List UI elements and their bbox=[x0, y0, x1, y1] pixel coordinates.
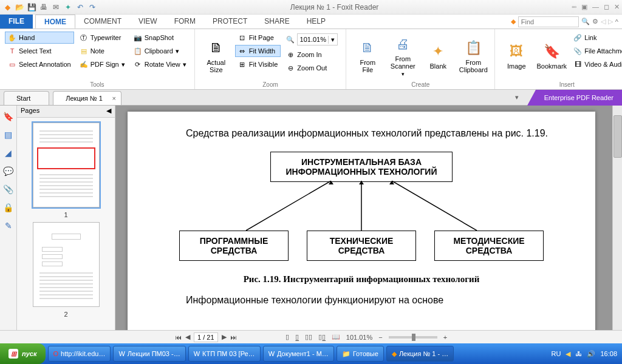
new-icon[interactable]: ✦ bbox=[63, 2, 73, 12]
document-viewer[interactable]: Средства реализации информационных техно… bbox=[115, 106, 622, 330]
select-annotation-button[interactable]: ▭Select Annotation bbox=[5, 58, 74, 70]
tray-expand-icon[interactable]: ◀ bbox=[566, 350, 570, 358]
next-result-icon[interactable]: ▷ bbox=[608, 18, 613, 25]
search-input[interactable] bbox=[518, 16, 579, 27]
diagram-box-mid: ТЕХНИЧЕСКИЕ СРЕДСТВА bbox=[307, 231, 416, 261]
actual-size-button[interactable]: 🗎 Actual Size bbox=[200, 32, 233, 80]
view-facing-icon[interactable]: ▯▯ bbox=[305, 333, 312, 341]
fit-width-button[interactable]: ⇔Fit Width bbox=[235, 45, 281, 57]
from-scanner-button[interactable]: 🖨From Scanner▾ bbox=[386, 32, 419, 80]
thumbnail-1[interactable] bbox=[33, 123, 100, 207]
undo-icon[interactable]: ↶ bbox=[75, 2, 85, 12]
redo-icon[interactable]: ↷ bbox=[87, 2, 97, 12]
zoom-in-button[interactable]: ⊕Zoom In bbox=[283, 49, 341, 61]
next-page-icon[interactable]: ▶ bbox=[222, 333, 227, 341]
close-icon[interactable]: ✕ bbox=[614, 3, 620, 11]
fit-page-button[interactable]: ⊡Fit Page bbox=[235, 32, 281, 44]
tray-network-icon[interactable]: 🖧 bbox=[575, 350, 582, 357]
tab-home[interactable]: HOME bbox=[35, 15, 75, 29]
prev-result-icon[interactable]: ◁ bbox=[601, 18, 606, 25]
zoom-out-icon: ⊖ bbox=[286, 64, 295, 72]
tab-help[interactable]: HELP bbox=[298, 15, 334, 29]
page-input[interactable] bbox=[194, 332, 218, 342]
from-file-button[interactable]: 🗎From File bbox=[351, 32, 384, 80]
lang-indicator[interactable]: RU bbox=[552, 350, 561, 357]
rotate-view-button[interactable]: ⟳Rotate View ▾ bbox=[131, 58, 190, 70]
tab-comment[interactable]: COMMENT bbox=[75, 15, 130, 29]
zoom-in-status-icon[interactable]: + bbox=[443, 334, 447, 341]
tab-protect[interactable]: PROTECT bbox=[204, 15, 256, 29]
zoom-slider[interactable] bbox=[389, 336, 437, 339]
prev-page-icon[interactable]: ◀ bbox=[185, 333, 190, 341]
snapshot-button[interactable]: 📷SnapShot bbox=[131, 32, 190, 44]
fit-visible-button[interactable]: ⊞Fit Visible bbox=[235, 58, 281, 70]
file-attachment-button[interactable]: 📎File Attachment bbox=[570, 45, 622, 57]
taskbar-item[interactable]: Ohttp://ikit.edu… bbox=[48, 346, 111, 362]
layers-panel-icon[interactable]: ◢ bbox=[5, 148, 12, 158]
vertical-scrollbar[interactable] bbox=[612, 106, 622, 330]
security-panel-icon[interactable]: 🔒 bbox=[3, 203, 13, 212]
collapse-ribbon-icon[interactable]: ^ bbox=[615, 18, 618, 25]
tab-file[interactable]: FILE bbox=[0, 15, 33, 29]
taskbar-item[interactable]: WЛекции ПМ03 -… bbox=[113, 346, 185, 362]
tab-view[interactable]: VIEW bbox=[130, 15, 166, 29]
tray-volume-icon[interactable]: 🔊 bbox=[587, 350, 595, 358]
taskbar-item[interactable]: 📁Готовые bbox=[337, 346, 384, 362]
attachments-panel-icon[interactable]: 📎 bbox=[3, 184, 13, 194]
link-button[interactable]: 🔗Link bbox=[570, 32, 622, 44]
close-tab-icon[interactable]: × bbox=[112, 95, 115, 102]
view-book-icon[interactable]: 📖 bbox=[332, 333, 340, 341]
ribbon-opts-icon[interactable]: ▣ bbox=[581, 3, 587, 11]
tab-form[interactable]: FORM bbox=[166, 15, 204, 29]
pages-panel-icon[interactable]: ▤ bbox=[4, 130, 12, 140]
minimize-icon[interactable]: — bbox=[592, 3, 599, 11]
taskbar-item[interactable]: ◆Лекция № 1 - … bbox=[386, 346, 454, 362]
taskbar-item[interactable]: WКТП ПМ 03 [Ре… bbox=[188, 346, 261, 362]
chevron-down-icon[interactable]: ▾ bbox=[328, 36, 337, 44]
menu-icon[interactable]: ▾ bbox=[515, 93, 519, 101]
ribbon-min-icon[interactable]: ▫▫ bbox=[572, 3, 576, 11]
select-text-button[interactable]: TSelect Text bbox=[5, 45, 74, 57]
view-facing-cont-icon[interactable]: ▯▯̲ bbox=[318, 333, 326, 341]
bookmark-button[interactable]: 🔖Bookmark bbox=[535, 32, 568, 80]
note-button[interactable]: ▤Note bbox=[77, 45, 128, 57]
save-icon[interactable]: 💾 bbox=[27, 2, 36, 12]
panel-collapse-icon[interactable]: ◀ bbox=[106, 107, 111, 116]
enterprise-banner[interactable]: Enterprise PDF Reader bbox=[536, 90, 622, 106]
zoom-input[interactable] bbox=[298, 36, 328, 43]
doctab-start[interactable]: Start bbox=[4, 91, 49, 105]
tab-share[interactable]: SHARE bbox=[256, 15, 298, 29]
search-app-icon[interactable]: ◆ bbox=[511, 18, 516, 25]
sign-panel-icon[interactable]: ✎ bbox=[5, 221, 12, 231]
hand-button[interactable]: ✋Hand bbox=[5, 32, 74, 44]
clock[interactable]: 16:08 bbox=[600, 350, 617, 357]
zoom-out-button[interactable]: ⊖Zoom Out bbox=[283, 62, 341, 74]
doctab-active[interactable]: Лекция № 1× bbox=[53, 91, 121, 105]
image-button[interactable]: 🖼Image bbox=[500, 32, 533, 80]
last-page-icon[interactable]: ⏭ bbox=[230, 334, 237, 341]
search-icon[interactable]: 🔍 bbox=[581, 18, 590, 25]
mail-icon[interactable]: ✉ bbox=[51, 2, 61, 12]
typewriter-button[interactable]: ⓉTypewriter bbox=[77, 32, 128, 44]
maximize-icon[interactable]: ◻ bbox=[604, 3, 609, 11]
start-button[interactable]: ⊞пуск bbox=[0, 343, 46, 364]
print-icon[interactable]: 🖶 bbox=[39, 2, 49, 12]
open-icon[interactable]: 📂 bbox=[15, 2, 24, 12]
zoom-level[interactable]: 🔍▾ bbox=[283, 32, 341, 47]
clipboard-button[interactable]: 📋Clipboard ▾ bbox=[131, 45, 190, 57]
video-audio-button[interactable]: 🎞Video & Audio bbox=[570, 58, 622, 70]
blank-button[interactable]: ✦Blank bbox=[422, 32, 454, 80]
taskbar-item[interactable]: WДокумент1 - M… bbox=[263, 346, 334, 362]
zoom-out-status-icon[interactable]: − bbox=[378, 334, 382, 341]
scroll-thumb[interactable] bbox=[613, 115, 622, 158]
gear-icon[interactable]: ⚙ bbox=[592, 18, 598, 25]
first-page-icon[interactable]: ⏮ bbox=[175, 334, 182, 341]
bookmark-panel-icon[interactable]: 🔖 bbox=[3, 112, 13, 121]
diagram-box-top: ИНСТРУМЕНТАЛЬНАЯ БАЗА ИНФОРМАЦИОННЫХ ТЕХ… bbox=[270, 152, 453, 182]
comments-panel-icon[interactable]: 💬 bbox=[3, 166, 13, 176]
view-single-icon[interactable]: ▯ bbox=[285, 333, 289, 341]
pdf-sign-button[interactable]: ✍PDF Sign ▾ bbox=[77, 58, 128, 70]
from-clipboard-button[interactable]: 📋From Clipboard bbox=[457, 32, 490, 80]
view-continuous-icon[interactable]: ▯̲ bbox=[295, 333, 299, 341]
thumbnail-2[interactable] bbox=[33, 222, 100, 307]
